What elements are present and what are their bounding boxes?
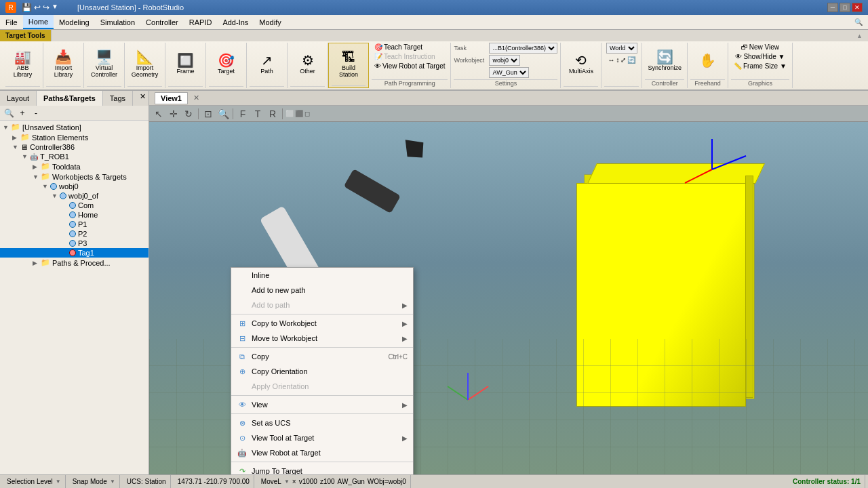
tree-item-tag1[interactable]: ▶ Tag1 [0, 248, 149, 258]
view-robot-target-button[interactable]: 👁 View Robot at Target [372, 62, 448, 70]
sidebar-tab-layout[interactable]: Layout [0, 91, 37, 106]
view1-tab[interactable]: View1 [155, 92, 188, 104]
movel-label[interactable]: MoveL [261, 478, 281, 485]
ctx-set-ucs[interactable]: ⊗ Set as UCS [231, 415, 413, 430]
view-right-btn[interactable]: R [266, 107, 279, 121]
tool-status-label[interactable]: AW_Gun [338, 478, 365, 485]
view-close[interactable]: ✕ [193, 94, 199, 102]
maximize-button[interactable]: □ [840, 3, 850, 12]
tree-item-paths[interactable]: ▶ 📁 Paths & Proced... [0, 258, 149, 268]
view-front-btn[interactable]: F [236, 107, 250, 121]
tree-item-p3[interactable]: ▶ P3 [0, 239, 149, 248]
import-library-button[interactable]: 📥 ImportLibrary [52, 49, 76, 79]
tree-item-p2[interactable]: ▶ P2 [0, 229, 149, 239]
select-btn[interactable]: ↖ [152, 107, 165, 121]
ctx-add-new-path[interactable]: Add to new path [231, 283, 413, 298]
task-dropdown[interactable]: ...B1(Controller386) [489, 43, 557, 54]
move-btn[interactable]: ✛ [167, 107, 180, 121]
speed-z-label[interactable]: z100 [320, 478, 335, 485]
zoom-in-btn[interactable]: 🔍 [216, 107, 230, 121]
view-icon3[interactable]: ◻ [304, 110, 310, 117]
qat-save[interactable]: 💾 [22, 3, 32, 12]
qat-more[interactable]: ▼ [52, 3, 58, 12]
menu-file[interactable]: File [0, 15, 23, 29]
tree-item-trob1[interactable]: ▼ 🤖 T_ROB1 [0, 152, 149, 161]
new-view-button[interactable]: 🗗 New View [738, 43, 782, 52]
snap-mode-label[interactable]: Snap Mode [73, 478, 107, 485]
menu-modify[interactable]: Modify [254, 15, 286, 29]
ctx-move-to-workobj[interactable]: ⊟ Move to Workobject ▶ [231, 331, 413, 346]
help-search[interactable]: 🔍 [849, 17, 868, 27]
tree-item-p1[interactable]: ▶ P1 [0, 220, 149, 229]
selection-level-label[interactable]: Selection Level [7, 478, 53, 485]
tree-item-elements[interactable]: ▶ 📁 Station Elements [0, 132, 149, 142]
show-hide-button[interactable]: 👁 Show/Hide ▼ [732, 52, 787, 61]
tree-item-workobjects[interactable]: ▼ 📁 Workobjects & Targets [0, 171, 149, 182]
tree-item-station[interactable]: ▼ 📁 [Unsaved Station] [0, 122, 149, 132]
target-button[interactable]: 🎯 Target [214, 52, 239, 76]
movel-dropdown[interactable]: ▼ [284, 479, 290, 485]
tree-item-controller[interactable]: ▼ 🖥 Controller386 [0, 142, 149, 152]
ctx-copy[interactable]: ⧉ Copy Ctrl+C [231, 349, 413, 364]
frame-size-button[interactable]: 📏 Frame Size ▼ [731, 62, 789, 70]
synchronize-button[interactable]: 🔄 Synchronize [645, 49, 684, 73]
teach-instruction-button[interactable]: 📝 Teach Instruction [372, 52, 438, 61]
import-geometry-button[interactable]: 📐 ImportGeometry [129, 49, 161, 79]
ctx-copy-orientation[interactable]: ⊕ Copy Orientation [231, 364, 413, 379]
ctx-jump-target[interactable]: ↷ Jump To Target [231, 464, 413, 474]
menu-addins[interactable]: Add-Ins [217, 15, 254, 29]
menu-modeling[interactable]: Modeling [54, 15, 95, 29]
view-icon2[interactable]: ⬛ [295, 110, 303, 117]
tree-item-wobj0[interactable]: ▼ wobj0 [0, 182, 149, 191]
path-button[interactable]: ↗ Path [255, 52, 279, 76]
tool-dropdown[interactable]: AW_Gun [489, 67, 529, 78]
qat-undo[interactable]: ↩ [34, 3, 41, 12]
wobj-label[interactable]: WObj=wobj0 [368, 478, 406, 485]
teach-target-button[interactable]: 🎯 Teach Target [372, 43, 425, 52]
fh-icon4[interactable]: 🔄 [627, 56, 635, 64]
virtual-controller-button[interactable]: 🖥️ VirtualController [88, 49, 120, 79]
speed-x-label[interactable]: v1000 [299, 478, 317, 485]
sidebar-tab-tags[interactable]: Tags [103, 91, 133, 106]
menu-home[interactable]: Home [23, 15, 54, 29]
tab-target-tools[interactable]: Target Tools [0, 30, 52, 41]
sidebar-close[interactable]: ✕ [137, 91, 149, 106]
fh-icon2[interactable]: ↕ [616, 56, 619, 64]
ctx-inline[interactable]: Inline [231, 268, 413, 283]
zoom-fit-btn[interactable]: ⊡ [201, 107, 215, 121]
tree-item-wobj0of[interactable]: ▼ wobj0_of [0, 191, 149, 201]
view-top-btn[interactable]: T [251, 107, 264, 121]
menu-rapid[interactable]: RAPID [184, 15, 218, 29]
other-button[interactable]: ⚙ Other [296, 52, 320, 76]
abb-library-button[interactable]: 🏭 ABBLibrary [11, 49, 35, 79]
minimize-button[interactable]: ─ [827, 3, 838, 12]
frame-button[interactable]: 🔲 Frame [174, 52, 198, 76]
sidebar-collapse-btn[interactable]: - [30, 107, 42, 119]
ctx-copy-to-workobj[interactable]: ⊞ Copy to Workobject ▶ [231, 316, 413, 331]
world-dropdown[interactable]: World [606, 43, 637, 54]
menu-controller[interactable]: Controller [140, 15, 184, 29]
tree-item-com[interactable]: ▶ Com [0, 201, 149, 210]
sidebar-filter-btn[interactable]: 🔍 [3, 107, 15, 119]
sidebar-expand-btn[interactable]: + [16, 107, 28, 119]
ctx-view[interactable]: 👁 View ▶ [231, 397, 413, 412]
selection-dropdown[interactable]: ▼ [56, 479, 61, 485]
fh-icon1[interactable]: ↔ [608, 56, 614, 64]
ctx-view-robot-target[interactable]: 🤖 View Robot at Target [231, 445, 413, 460]
menu-simulation[interactable]: Simulation [95, 15, 140, 29]
tree-item-tooldata[interactable]: ▶ 📁 Tooldata [0, 161, 149, 171]
sidebar-tab-paths[interactable]: Paths&Targets [37, 91, 103, 106]
tree-item-home[interactable]: ▶ Home [0, 210, 149, 220]
qat-redo[interactable]: ↪ [43, 3, 50, 12]
ctx-view-tool-target[interactable]: ⊙ View Tool at Target ▶ [231, 430, 413, 445]
freehand-button[interactable]: ✋ [696, 52, 720, 69]
fh-icon3[interactable]: ⤢ [620, 56, 626, 64]
snap-dropdown[interactable]: ▼ [110, 479, 115, 485]
view-icon1[interactable]: ⬜ [285, 110, 294, 117]
rotate-btn[interactable]: ↻ [182, 107, 195, 121]
multiaxis-button[interactable]: ⟲ MultiAxis [566, 52, 596, 76]
build-station-button[interactable]: 🏗 BuildStation [332, 49, 366, 79]
close-button[interactable]: ✕ [852, 3, 863, 12]
workobject-dropdown[interactable]: wobj0 [489, 55, 520, 66]
ribbon-collapse[interactable]: ▲ [851, 30, 868, 41]
